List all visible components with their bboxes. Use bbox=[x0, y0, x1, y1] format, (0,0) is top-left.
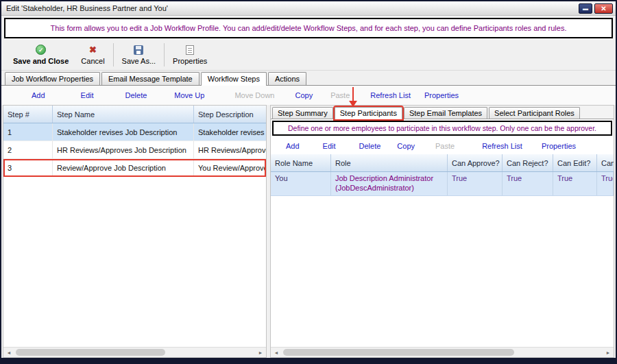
toolbar-separator bbox=[113, 43, 114, 66]
tab-actions[interactable]: Actions bbox=[268, 72, 306, 85]
main-toolbar: ✓ Save and Close ✖ Cancel Save As... Pro… bbox=[1, 40, 616, 71]
participant-can-edit-cell: True bbox=[553, 172, 597, 195]
title-bar[interactable]: Edit 'Stakeholder, HR Business Partner a… bbox=[1, 1, 616, 16]
steps-move-up-link[interactable]: Move Up bbox=[174, 91, 204, 99]
steps-link-toolbar: Add Edit Delete Move Up Move Down Copy P… bbox=[1, 86, 616, 105]
steps-refresh-list-link[interactable]: Refresh List bbox=[370, 91, 411, 99]
workflow-steps-panel: Step # Step Name Step Description 1 Stak… bbox=[3, 105, 267, 358]
column-header-role[interactable]: Role bbox=[331, 154, 448, 171]
step-row-1[interactable]: 1 Stakeholder revises Job Description St… bbox=[3, 123, 266, 141]
main-tab-strip: Job Workflow Properties Email Message Te… bbox=[1, 71, 616, 86]
step-detail-tab-strip: Step Summary Step Participants Step Emai… bbox=[271, 106, 614, 119]
close-button[interactable]: ✕ bbox=[594, 3, 613, 14]
participant-can-more-cell: True bbox=[597, 172, 614, 195]
properties-icon bbox=[186, 45, 194, 55]
column-header-can-reject[interactable]: Can Reject? bbox=[503, 154, 553, 171]
save-as-button[interactable]: Save As... bbox=[116, 41, 162, 69]
tab-step-participants[interactable]: Step Participants bbox=[335, 107, 402, 119]
step-number-cell: 3 bbox=[3, 159, 53, 176]
step-name-cell: Review/Approve Job Description bbox=[53, 159, 194, 176]
properties-label: Properties bbox=[173, 57, 207, 65]
column-header-step-description[interactable]: Step Description bbox=[194, 106, 266, 123]
step-name-cell: Stakeholder revises Job Description bbox=[53, 123, 194, 141]
column-header-role-name[interactable]: Role Name bbox=[271, 154, 331, 171]
scroll-left-arrow[interactable]: ◄ bbox=[3, 348, 14, 357]
form-info-banner: This form allows you to edit a Job Workf… bbox=[4, 18, 613, 38]
participants-info-banner: Define one or more employees to particip… bbox=[272, 121, 612, 136]
participants-info-text: Define one or more employees to particip… bbox=[288, 124, 596, 132]
step-details-panel: Step Summary Step Participants Step Emai… bbox=[270, 105, 614, 358]
participant-can-approve-cell: True bbox=[448, 172, 503, 195]
column-header-step-number[interactable]: Step # bbox=[3, 106, 53, 123]
tab-step-email-templates[interactable]: Step Email Templates bbox=[404, 107, 487, 119]
step-row-3[interactable]: 3 Review/Approve Job Description You Rev… bbox=[3, 159, 266, 177]
steps-delete-link[interactable]: Delete bbox=[125, 91, 147, 99]
save-as-icon bbox=[134, 45, 143, 55]
tab-email-message-template[interactable]: Email Message Template bbox=[101, 72, 199, 85]
column-header-can-more[interactable]: Can bbox=[597, 154, 614, 171]
step-description-cell: You Review/Approve bbox=[194, 159, 266, 176]
scroll-left-arrow[interactable]: ◄ bbox=[271, 348, 282, 357]
cancel-button[interactable]: ✖ Cancel bbox=[75, 41, 110, 69]
check-circle-icon: ✓ bbox=[36, 45, 46, 55]
scrollbar-thumb[interactable] bbox=[16, 349, 165, 356]
participant-can-reject-cell: True bbox=[503, 172, 553, 195]
step-name-cell: HR Reviews/Approves Job Description bbox=[53, 141, 194, 158]
tab-job-workflow-properties[interactable]: Job Workflow Properties bbox=[5, 72, 100, 85]
save-as-label: Save As... bbox=[122, 57, 156, 65]
participant-row[interactable]: You Job Description Administrator (JobDe… bbox=[271, 172, 614, 196]
steps-horizontal-scrollbar[interactable]: ◄ ► bbox=[3, 347, 266, 357]
cancel-label: Cancel bbox=[81, 57, 104, 65]
steps-add-link[interactable]: Add bbox=[32, 91, 45, 99]
participants-grid-header: Role Name Role Can Approve? Can Reject? … bbox=[271, 154, 614, 172]
window-title: Edit 'Stakeholder, HR Business Partner a… bbox=[4, 4, 577, 12]
column-header-step-name[interactable]: Step Name bbox=[53, 106, 194, 123]
save-and-close-button[interactable]: ✓ Save and Close bbox=[7, 41, 75, 69]
participants-edit-link[interactable]: Edit bbox=[323, 142, 336, 150]
participant-role-name-cell: You bbox=[271, 172, 331, 195]
scrollbar-thumb[interactable] bbox=[283, 349, 514, 356]
save-and-close-label: Save and Close bbox=[13, 57, 69, 65]
step-description-cell: Stakeholder revises J bbox=[194, 123, 266, 141]
participants-refresh-list-link[interactable]: Refresh List bbox=[482, 142, 522, 150]
cancel-x-icon: ✖ bbox=[89, 45, 97, 55]
step-description-cell: HR Reviews/Approve bbox=[194, 141, 266, 158]
column-header-can-approve[interactable]: Can Approve? bbox=[448, 154, 503, 171]
toolbar-separator bbox=[164, 43, 165, 66]
step-number-cell: 1 bbox=[3, 123, 53, 141]
scrollbar-track[interactable] bbox=[14, 348, 255, 357]
steps-copy-link[interactable]: Copy bbox=[295, 91, 313, 99]
participants-copy-link[interactable]: Copy bbox=[397, 142, 415, 150]
content-area: Step # Step Name Step Description 1 Stak… bbox=[1, 105, 616, 358]
minimize-icon: ▬ bbox=[583, 5, 588, 12]
tab-select-participant-roles[interactable]: Select Participant Roles bbox=[489, 107, 580, 119]
participants-add-link[interactable]: Add bbox=[286, 142, 300, 150]
tab-workflow-steps[interactable]: Workflow Steps bbox=[201, 72, 267, 86]
scrollbar-track[interactable] bbox=[282, 348, 603, 357]
steps-edit-link[interactable]: Edit bbox=[81, 91, 94, 99]
participants-link-toolbar: Add Edit Delete Copy Paste Refresh List … bbox=[271, 137, 614, 154]
participants-delete-link[interactable]: Delete bbox=[359, 142, 381, 150]
steps-grid-header: Step # Step Name Step Description bbox=[3, 106, 266, 123]
column-header-can-edit[interactable]: Can Edit? bbox=[553, 154, 597, 171]
minimize-button[interactable]: ▬ bbox=[579, 3, 592, 14]
participants-properties-link[interactable]: Properties bbox=[542, 142, 576, 150]
steps-move-down-link: Move Down bbox=[234, 91, 274, 99]
form-info-text: This form allows you to edit a Job Workf… bbox=[51, 24, 567, 32]
participant-role-cell: Job Description Administrator (JobDescAd… bbox=[331, 172, 448, 195]
steps-properties-link[interactable]: Properties bbox=[424, 91, 459, 99]
participants-horizontal-scrollbar[interactable]: ◄ ► bbox=[271, 347, 614, 357]
step-number-cell: 2 bbox=[3, 141, 53, 158]
properties-button[interactable]: Properties bbox=[167, 41, 213, 69]
dialog-window: Edit 'Stakeholder, HR Business Partner a… bbox=[0, 0, 617, 364]
scroll-right-arrow[interactable]: ► bbox=[603, 348, 614, 357]
step-row-2[interactable]: 2 HR Reviews/Approves Job Description HR… bbox=[3, 141, 266, 159]
close-icon: ✕ bbox=[601, 5, 606, 12]
scroll-right-arrow[interactable]: ► bbox=[255, 348, 266, 357]
participants-paste-link: Paste bbox=[435, 142, 455, 150]
tab-step-summary[interactable]: Step Summary bbox=[272, 107, 333, 119]
steps-paste-link: Paste bbox=[330, 91, 350, 99]
